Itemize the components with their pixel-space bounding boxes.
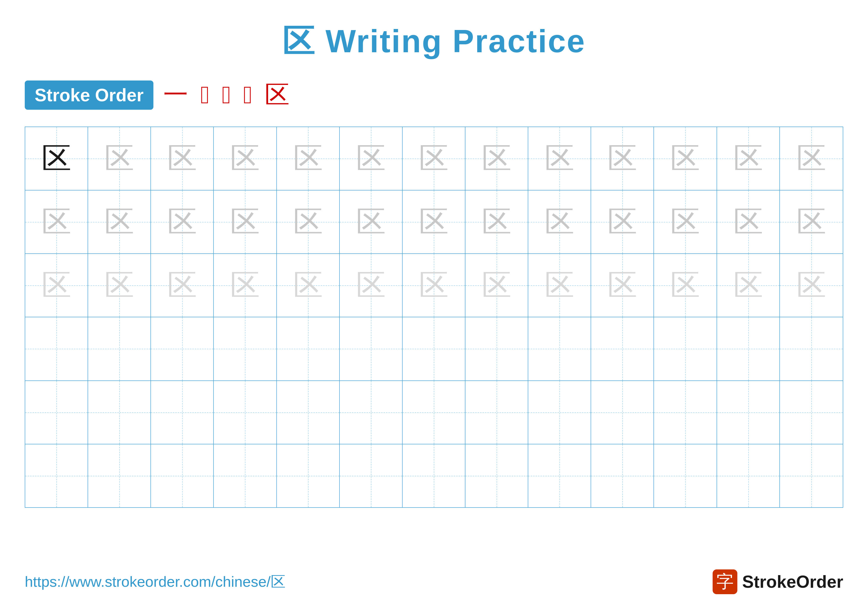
grid-cell-0-2[interactable]: 区 — [151, 127, 214, 190]
grid-cell-2-8[interactable]: 区 — [528, 254, 591, 317]
practice-char: 区 — [293, 270, 323, 300]
grid-cell-1-4[interactable]: 区 — [277, 190, 340, 253]
grid-cell-5-0[interactable] — [25, 445, 88, 507]
grid-cell-4-4[interactable] — [277, 381, 340, 444]
grid-cell-4-10[interactable] — [654, 381, 717, 444]
grid-cell-5-7[interactable] — [465, 445, 528, 507]
practice-char: 区 — [545, 207, 574, 237]
grid-cell-1-2[interactable]: 区 — [151, 190, 214, 253]
grid-cell-2-7[interactable]: 区 — [465, 254, 528, 317]
grid-cell-0-10[interactable]: 区 — [654, 127, 717, 190]
grid-cell-2-10[interactable]: 区 — [654, 254, 717, 317]
grid-cell-3-11[interactable] — [717, 317, 780, 380]
grid-cell-3-10[interactable] — [654, 317, 717, 380]
grid-cell-5-6[interactable] — [403, 445, 465, 507]
practice-char: 区 — [104, 207, 134, 237]
grid-cell-0-7[interactable]: 区 — [465, 127, 528, 190]
grid-cell-2-11[interactable]: 区 — [717, 254, 780, 317]
grid-cell-3-0[interactable] — [25, 317, 88, 380]
grid-cell-1-9[interactable]: 区 — [591, 190, 654, 253]
practice-char: 区 — [608, 270, 637, 300]
grid-cell-0-3[interactable]: 区 — [214, 127, 277, 190]
grid-cell-3-4[interactable] — [277, 317, 340, 380]
stroke-step-3: 𠃋 — [243, 81, 253, 109]
title-text: Writing Practice — [326, 23, 586, 59]
page-title: 区 Writing Practice — [282, 20, 586, 64]
grid-cell-3-6[interactable] — [403, 317, 465, 380]
grid-cell-4-6[interactable] — [403, 381, 465, 444]
grid-cell-1-6[interactable]: 区 — [403, 190, 465, 253]
footer-url[interactable]: https://www.strokeorder.com/chinese/区 — [25, 572, 285, 592]
grid-cell-2-5[interactable]: 区 — [340, 254, 403, 317]
grid-cell-1-12[interactable]: 区 — [780, 190, 843, 253]
practice-char: 区 — [167, 144, 197, 173]
stroke-step-4: 区 — [265, 78, 290, 112]
grid-cell-0-12[interactable]: 区 — [780, 127, 843, 190]
grid-cell-1-3[interactable]: 区 — [214, 190, 277, 253]
grid-cell-5-12[interactable] — [780, 445, 843, 507]
grid-cell-0-0[interactable]: 区 — [25, 127, 88, 190]
grid-cell-3-12[interactable] — [780, 317, 843, 380]
grid-cell-4-1[interactable] — [88, 381, 151, 444]
grid-cell-0-6[interactable]: 区 — [403, 127, 465, 190]
grid-cell-5-8[interactable] — [528, 445, 591, 507]
grid-cell-0-8[interactable]: 区 — [528, 127, 591, 190]
grid-cell-0-1[interactable]: 区 — [88, 127, 151, 190]
grid-cell-2-6[interactable]: 区 — [403, 254, 465, 317]
grid-cell-5-3[interactable] — [214, 445, 277, 507]
grid-cell-5-4[interactable] — [277, 445, 340, 507]
practice-char: 区 — [167, 270, 197, 300]
practice-char: 区 — [733, 207, 763, 237]
grid-cell-3-2[interactable] — [151, 317, 214, 380]
grid-cell-4-5[interactable] — [340, 381, 403, 444]
logo-icon: 字 — [713, 569, 737, 594]
grid-cell-0-11[interactable]: 区 — [717, 127, 780, 190]
practice-char: 区 — [230, 270, 260, 300]
grid-cell-0-5[interactable]: 区 — [340, 127, 403, 190]
grid-cell-4-12[interactable] — [780, 381, 843, 444]
grid-cell-5-1[interactable] — [88, 445, 151, 507]
grid-cell-1-10[interactable]: 区 — [654, 190, 717, 253]
grid-cell-5-9[interactable] — [591, 445, 654, 507]
practice-char: 区 — [230, 144, 260, 173]
grid-cell-2-4[interactable]: 区 — [277, 254, 340, 317]
grid-cell-5-2[interactable] — [151, 445, 214, 507]
grid-cell-2-12[interactable]: 区 — [780, 254, 843, 317]
practice-char: 区 — [797, 144, 826, 173]
grid-cell-2-0[interactable]: 区 — [25, 254, 88, 317]
grid-cell-1-11[interactable]: 区 — [717, 190, 780, 253]
grid-cell-4-7[interactable] — [465, 381, 528, 444]
grid-cell-1-7[interactable]: 区 — [465, 190, 528, 253]
grid-cell-4-0[interactable] — [25, 381, 88, 444]
grid-cell-2-9[interactable]: 区 — [591, 254, 654, 317]
grid-cell-4-9[interactable] — [591, 381, 654, 444]
grid-cell-5-5[interactable] — [340, 445, 403, 507]
grid-cell-1-5[interactable]: 区 — [340, 190, 403, 253]
grid-cell-3-8[interactable] — [528, 317, 591, 380]
practice-char: 区 — [104, 144, 134, 173]
grid-cell-3-9[interactable] — [591, 317, 654, 380]
grid-cell-2-2[interactable]: 区 — [151, 254, 214, 317]
grid-cell-3-3[interactable] — [214, 317, 277, 380]
practice-char: 区 — [356, 270, 386, 300]
practice-char: 区 — [482, 144, 512, 173]
grid-cell-4-11[interactable] — [717, 381, 780, 444]
grid-cell-3-1[interactable] — [88, 317, 151, 380]
grid-cell-4-3[interactable] — [214, 381, 277, 444]
grid-cell-5-11[interactable] — [717, 445, 780, 507]
footer-logo: 字 StrokeOrder — [713, 569, 843, 594]
grid-cell-0-4[interactable]: 区 — [277, 127, 340, 190]
grid-cell-1-8[interactable]: 区 — [528, 190, 591, 253]
grid-cell-3-5[interactable] — [340, 317, 403, 380]
grid-cell-4-2[interactable] — [151, 381, 214, 444]
grid-cell-4-8[interactable] — [528, 381, 591, 444]
grid-cell-1-1[interactable]: 区 — [88, 190, 151, 253]
grid-cell-2-3[interactable]: 区 — [214, 254, 277, 317]
grid-cell-1-0[interactable]: 区 — [25, 190, 88, 253]
practice-char: 区 — [419, 207, 449, 237]
grid-cell-0-9[interactable]: 区 — [591, 127, 654, 190]
grid-cell-3-7[interactable] — [465, 317, 528, 380]
grid-cell-5-10[interactable] — [654, 445, 717, 507]
grid-cell-2-1[interactable]: 区 — [88, 254, 151, 317]
practice-char: 区 — [608, 207, 637, 237]
